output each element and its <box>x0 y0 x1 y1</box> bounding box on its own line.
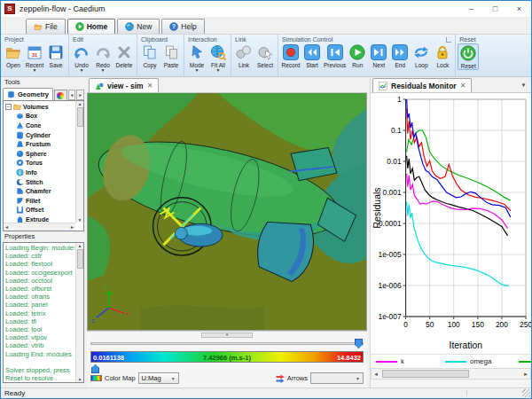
arrows-select[interactable]: ▼ <box>310 372 364 384</box>
tree-item-stitch[interactable]: Stitch <box>4 177 75 187</box>
start-button[interactable]: Start <box>301 43 323 68</box>
loop-button[interactable]: Loop <box>411 43 432 68</box>
next-icon <box>370 43 387 61</box>
title-bar[interactable]: S zeppelin-flow - Caedium – □ × <box>1 1 531 17</box>
undo-icon <box>73 43 90 61</box>
svg-text:Residuals: Residuals <box>372 187 382 228</box>
tree-item-frustum[interactable]: Frustum <box>4 139 75 149</box>
legend-line-swatch <box>376 361 397 363</box>
save-button[interactable]: Save <box>45 43 66 68</box>
next-button[interactable]: Next <box>368 43 389 68</box>
range-max-handle[interactable] <box>355 339 363 348</box>
scroll-down-icon[interactable]: ▼ <box>78 377 82 382</box>
dialog-launcher-icon[interactable] <box>446 37 451 43</box>
run-button[interactable]: Run <box>347 43 368 68</box>
close-button[interactable]: × <box>507 1 531 17</box>
tab-file[interactable]: File <box>26 19 66 34</box>
scroll-thumb[interactable] <box>77 107 83 127</box>
tab-new[interactable]: New <box>117 19 160 34</box>
paste-icon <box>162 43 180 61</box>
tab-help[interactable]: ? Help <box>161 19 204 34</box>
recent-button[interactable]: 31 Recent ▼ <box>24 43 45 73</box>
tree-item-offset[interactable]: Offset <box>4 206 75 215</box>
undo-button[interactable]: Undo ▼ <box>71 43 92 73</box>
maximize-button[interactable]: □ <box>483 1 507 17</box>
run-label: Run <box>352 62 363 68</box>
link-button[interactable]: Link <box>233 43 254 68</box>
sphere-icon <box>16 150 24 158</box>
group-interaction-title: Interaction <box>186 35 229 43</box>
tree-item-box[interactable]: Box <box>4 112 75 121</box>
svg-text:1e-005: 1e-005 <box>378 250 401 259</box>
scroll-left-icon[interactable]: ◄ <box>372 372 380 377</box>
tree-item-fillet[interactable]: Fillet <box>4 196 75 206</box>
tree-horizontal-scrollbar[interactable]: ◄► <box>4 223 75 231</box>
view-pane: view - sim ✕ <box>87 77 367 387</box>
log-line: Solver stopped, press <box>5 366 74 374</box>
select-button[interactable]: Select <box>254 43 276 68</box>
geometry-cylinder-icon <box>7 90 15 98</box>
collapse-panel-handle[interactable]: ▼ <box>201 332 253 338</box>
scroll-left-icon[interactable]: ◄ <box>4 224 9 230</box>
close-tab-icon[interactable]: ✕ <box>147 82 153 90</box>
tree-item-extrude[interactable]: Extrude <box>4 215 75 223</box>
reset-button[interactable]: Reset <box>458 43 479 70</box>
scroll-thumb[interactable] <box>77 249 83 269</box>
log-line: Loaded: vtpov <box>5 333 74 341</box>
record-button[interactable]: Record <box>280 43 301 68</box>
dropdown-arrow-icon: ▼ <box>80 68 84 73</box>
tree-item-torus[interactable]: Torus <box>4 159 75 168</box>
tree-item-info[interactable]: Info <box>4 168 75 177</box>
tree-item-label: Info <box>26 169 37 176</box>
tab-help-label: Help <box>181 22 196 31</box>
previous-button[interactable]: Previous <box>323 43 347 68</box>
tree-item-sphere[interactable]: Sphere <box>4 149 75 159</box>
tools-tab-scroll-left[interactable]: ◂ <box>68 90 76 100</box>
minimize-button[interactable]: – <box>459 1 483 17</box>
tab-view-sim[interactable]: view - sim ✕ <box>89 78 159 92</box>
log-line: Loaded: tool <box>5 325 74 333</box>
scroll-up-icon[interactable]: ▲ <box>78 243 82 248</box>
tab-geometry[interactable]: Geometry <box>3 88 53 100</box>
tab-residuals-monitor[interactable]: Residuals Monitor ✕ <box>372 78 472 92</box>
scroll-right-icon[interactable]: ► <box>521 372 530 377</box>
lock-label: Lock <box>436 62 449 68</box>
tab-home[interactable]: Home <box>67 19 116 34</box>
colormap-select[interactable]: U:Mag ▼ <box>138 372 179 384</box>
viewport-3d[interactable]: Y X Z <box>87 93 367 331</box>
tools-tab-scroll-right[interactable]: ▸ <box>76 90 84 100</box>
copy-button[interactable]: Copy <box>139 43 160 68</box>
log-vertical-scrollbar[interactable]: ▲▼ <box>75 243 83 382</box>
redo-button[interactable]: Redo ▼ <box>92 43 113 73</box>
tree-root-volumes[interactable]: − Volumes <box>4 102 75 112</box>
tab-list-menu-icon[interactable]: ▼ <box>518 79 529 90</box>
open-button[interactable]: Open <box>3 43 24 68</box>
colorbar-mid-value: 7.42966 (m.s-1) <box>203 354 251 362</box>
start-label: Start <box>306 62 318 68</box>
window-title: zeppelin-flow - Caedium <box>20 4 459 13</box>
log-line: Reset to resolve <box>5 374 74 381</box>
monitor-filler <box>371 379 531 387</box>
lock-button[interactable]: Lock <box>432 43 453 68</box>
scroll-up-icon[interactable]: ▲ <box>78 101 82 106</box>
collapse-expander-icon[interactable]: − <box>5 104 12 110</box>
fit-all-button[interactable]: Fit All ▼ <box>207 43 229 73</box>
tree-item-cylinder[interactable]: Cylinder <box>4 130 75 140</box>
close-tab-icon[interactable]: ✕ <box>460 82 466 90</box>
resize-grip[interactable] <box>522 389 530 397</box>
tab-physics[interactable] <box>54 90 67 100</box>
range-slider-track[interactable] <box>90 342 364 345</box>
paste-button[interactable]: Paste <box>160 43 182 68</box>
tree-item-chamfer[interactable]: Chamfer <box>4 186 75 196</box>
view-controls: ▼ 0.0161138 7.42966 (m.s-1) 14.8432 Colo… <box>87 331 367 387</box>
tree-vertical-scrollbar[interactable]: ▲▼ <box>75 101 83 223</box>
scroll-thumb[interactable] <box>382 370 469 378</box>
mode-button[interactable]: Mode ▼ <box>186 43 207 73</box>
dropdown-arrow-icon: ▼ <box>101 68 106 73</box>
legend-horizontal-scrollbar[interactable]: ◄ ► <box>371 368 531 379</box>
end-button[interactable]: End <box>389 43 411 68</box>
delete-button[interactable]: Delete <box>113 43 135 68</box>
scroll-right-icon[interactable]: ► <box>70 224 74 230</box>
scroll-down-icon[interactable]: ▼ <box>78 217 82 223</box>
tree-item-cone[interactable]: Cone <box>4 121 75 130</box>
